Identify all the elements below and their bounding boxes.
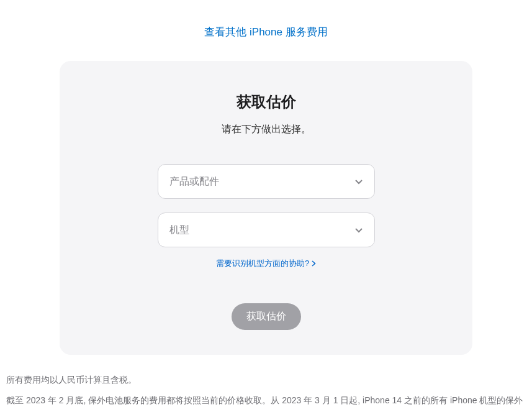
card-subtitle: 请在下方做出选择。 — [84, 123, 448, 136]
top-link-wrapper: 查看其他 iPhone 服务费用 — [6, 25, 526, 39]
button-wrapper: 获取估价 — [84, 303, 448, 330]
footer-line-2: 截至 2023 年 2 月底, 保外电池服务的费用都将按照当前的价格收取。从 2… — [6, 391, 526, 412]
model-select-label: 机型 — [169, 224, 189, 237]
footer-line-2-part1: 截至 2023 年 2 月底, 保外电池服务的费用都将按照当前的价格收取。从 2… — [6, 395, 523, 412]
chevron-down-icon — [354, 177, 363, 186]
chevron-right-icon — [312, 260, 316, 267]
page-container: 查看其他 iPhone 服务费用 获取估价 请在下方做出选择。 产品或配件 机型… — [0, 0, 532, 412]
other-services-link[interactable]: 查看其他 iPhone 服务费用 — [204, 26, 327, 38]
product-select-label: 产品或配件 — [169, 175, 219, 188]
identify-model-help-link[interactable]: 需要识别机型方面的协助? — [216, 258, 316, 269]
footer-line-1: 所有费用均以人民币计算且含税。 — [6, 370, 526, 390]
footer-text: 所有费用均以人民币计算且含税。 截至 2023 年 2 月底, 保外电池服务的费… — [6, 355, 526, 412]
help-link-label: 需要识别机型方面的协助? — [216, 258, 309, 269]
estimate-card: 获取估价 请在下方做出选择。 产品或配件 机型 需要识别机型方面的协助? 获取估… — [60, 61, 472, 355]
get-estimate-button[interactable]: 获取估价 — [232, 303, 301, 330]
chevron-down-icon — [354, 226, 363, 234]
card-title: 获取估价 — [84, 92, 448, 112]
model-select[interactable]: 机型 — [158, 213, 375, 247]
product-select[interactable]: 产品或配件 — [158, 164, 375, 199]
